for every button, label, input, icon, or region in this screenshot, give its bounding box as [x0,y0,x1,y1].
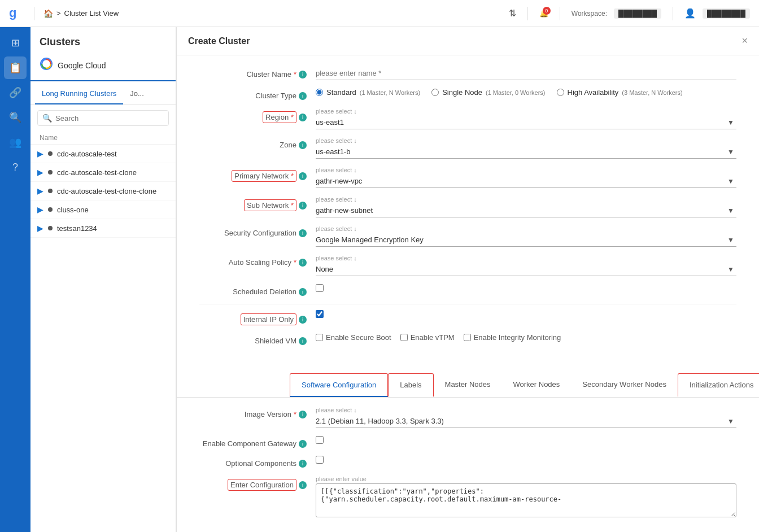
play-icon: ▶ [37,186,43,195]
sidebar-icon-grid[interactable]: ⊞ [4,32,27,54]
gcloud-logo-text: Google Cloud [58,61,106,70]
notification-bell[interactable]: 🔔 0 [539,9,548,18]
tab-jobs[interactable]: Jo... [123,84,151,104]
sub-network-select[interactable]: gathr-new-subnet [316,204,736,217]
vtpm-checkbox[interactable] [400,334,408,341]
region-control: please select ↓ us-east1 ▼ [316,108,736,129]
optional-components-control [316,456,736,464]
sidebar-icon-people[interactable]: 👥 [4,131,27,154]
sidebar-icon-clipboard[interactable]: 📋 [4,56,27,79]
scheduled-deletion-info-icon[interactable]: i [299,288,307,296]
user-icon[interactable]: 👤 [684,8,696,19]
security-config-info-icon[interactable]: i [299,229,307,237]
bottom-tabs: Software Configuration Labels Master Nod… [177,373,759,398]
cluster-row[interactable]: ▶ cdc-autoscale-test-clone-clone [30,182,176,200]
component-gateway-checkbox[interactable] [316,436,324,444]
enter-config-textarea[interactable]: [[{"classification":"yarn","properties":… [316,483,736,517]
radio-high-avail[interactable]: High Availability (3 Master, N Workers) [557,88,683,97]
high-avail-sub: (3 Master, N Workers) [622,89,682,96]
play-icon: ▶ [37,205,43,214]
user-value: ████████ [703,8,750,19]
sort-icon[interactable]: ⇅ [509,8,516,19]
internal-ip-info-icon[interactable]: i [299,316,307,324]
tab-worker-nodes[interactable]: Worker Nodes [501,373,571,397]
cluster-row[interactable]: ▶ cdc-autoscale-test-clone [30,163,176,182]
image-version-control: please select ↓ 2.1 (Debian 11, Hadoop 3… [316,407,736,428]
image-version-select[interactable]: 2.1 (Debian 11, Hadoop 3.3, Spark 3.3) [316,415,736,428]
region-select[interactable]: us-east1 [316,116,736,129]
auto-scaling-info-icon[interactable]: i [299,259,307,267]
secure-boot-option: Enable Secure Boot [316,333,391,342]
sidebar-icon-help[interactable]: ? [4,156,27,178]
zone-hint: please select ↓ [316,137,736,144]
sidebar-icon-search[interactable]: 🔍 [4,106,27,129]
enter-config-info-icon[interactable]: i [299,481,307,489]
primary-network-select-wrap: gathr-new-vpc ▼ [316,175,736,188]
region-info-icon[interactable]: i [299,114,307,121]
secure-boot-checkbox[interactable] [316,334,323,341]
enter-config-row: Enter Configuration i please enter value… [199,476,736,520]
shielded-vm-label: Shielded VM i [199,333,307,345]
optional-components-info-icon[interactable]: i [299,460,307,468]
topbar-divider [34,7,34,20]
auto-scaling-select-wrap: None ▼ [316,263,736,276]
zone-select[interactable]: us-east1-b [316,145,736,159]
internal-ip-label: Internal IP Only i [199,310,307,325]
integrity-checkbox[interactable] [464,334,471,341]
component-gateway-info-icon[interactable]: i [299,440,307,448]
primary-network-select[interactable]: gathr-new-vpc [316,175,736,188]
workspace-value: ████████ [614,8,661,19]
cluster-name-input[interactable] [316,67,736,80]
zone-info-icon[interactable]: i [299,141,307,149]
security-config-select[interactable]: Google Managed Encryption Key [316,233,736,247]
cluster-row[interactable]: ▶ cdc-autoscale-test [30,145,176,163]
sub-network-info-icon[interactable]: i [299,202,307,210]
enter-config-label-text: Enter Configuration [228,479,296,491]
enter-config-label: Enter Configuration i [199,476,307,491]
primary-network-label-text: Primary Network * [232,170,296,182]
security-config-control: please select ↓ Google Managed Encryptio… [316,225,736,247]
vtpm-label: Enable vTPM [411,333,455,342]
tab-software-configuration[interactable]: Software Configuration [290,373,388,397]
sub-network-label: Sub Network * i [199,196,307,211]
cluster-row[interactable]: ▶ cluss-one [30,200,176,219]
auto-scaling-select[interactable]: None [316,263,736,276]
optional-components-checkbox[interactable] [316,456,324,464]
radio-standard[interactable]: Standard (1 Master, N Workers) [316,88,420,97]
cluster-row[interactable]: ▶ testsan1234 [30,219,176,238]
tab-long-running[interactable]: Long Running Clusters [35,84,123,104]
scheduled-deletion-checkbox[interactable] [316,284,324,292]
gcloud-logo: Google Cloud [30,53,176,81]
tab-master-nodes[interactable]: Master Nodes [434,373,502,397]
left-panel: Clusters Google Cloud Long Running Clust… [30,27,176,532]
cluster-name-info-icon[interactable]: i [299,71,307,79]
close-button[interactable]: × [741,35,748,47]
enter-config-hint: please enter value [316,476,736,482]
cluster-name-control [316,67,736,80]
shielded-vm-info-icon[interactable]: i [299,337,307,345]
cluster-name: cdc-autoscale-test-clone [57,168,137,177]
panel-title: Create Cluster [188,36,250,46]
tab-labels[interactable]: Labels [388,373,433,397]
cluster-name: testsan1234 [57,224,97,233]
primary-network-info-icon[interactable]: i [299,172,307,180]
home-icon[interactable]: 🏠 [43,9,53,18]
image-version-info-icon[interactable]: i [299,411,307,418]
tab-initialization-actions[interactable]: Initialization Actions [678,373,759,397]
internal-ip-checkbox[interactable] [316,310,324,318]
cluster-name: cdc-autoscale-test-clone-clone [57,187,156,195]
search-input[interactable] [55,114,164,123]
topbar-right-divider3 [673,7,673,20]
radio-single-node[interactable]: Single Node (1 Master, 0 Workers) [431,88,545,97]
image-version-label: Image Version * i [199,407,307,418]
zone-select-wrap: us-east1-b ▼ [316,145,736,159]
tab-secondary-worker-nodes[interactable]: Secondary Worker Nodes [571,373,678,397]
cluster-name-label: Cluster Name * i [199,67,307,79]
cluster-type-info-icon[interactable]: i [299,92,307,100]
sidebar-icon-link[interactable]: 🔗 [4,81,27,104]
security-config-label: Security Configuration i [199,225,307,237]
scheduled-deletion-label: Scheduled Deletion i [199,284,307,296]
cluster-table-header: Name [30,132,176,145]
region-label: Region * i [199,108,307,123]
cluster-list: ▶ cdc-autoscale-test ▶ cdc-autoscale-tes… [30,145,176,238]
